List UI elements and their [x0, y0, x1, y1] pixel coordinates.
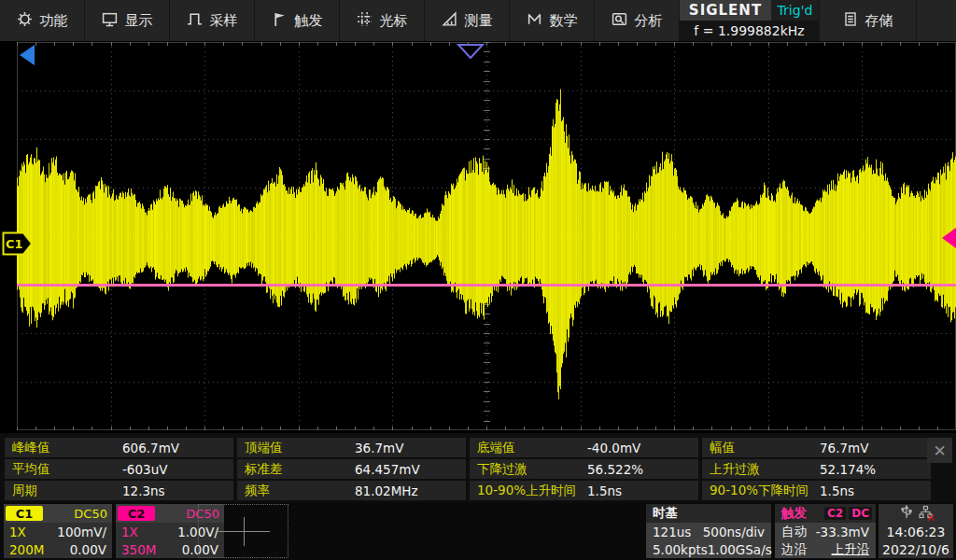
siglent-logo: SIGLENT	[680, 0, 771, 21]
menu-item-label: 测量	[465, 12, 493, 30]
timebase-points: 5.00kpts	[653, 542, 708, 557]
measurement-value: 12.3ns	[122, 483, 165, 498]
menu-item-label: 存储	[865, 12, 893, 30]
channel1-level-label[interactable]: C1	[2, 231, 34, 256]
menu-item-label: 光标	[380, 12, 408, 30]
menu-bar: 功能 显示 采样 触发	[0, 0, 956, 41]
measurement-label: 频率	[245, 483, 355, 499]
trigger-title: 触发	[781, 505, 807, 522]
measurement-label: 平均值	[12, 461, 122, 478]
trigger-level-value: -33.3mV	[816, 525, 869, 539]
menu-item-display[interactable]: 显示	[85, 0, 170, 41]
trigger-type: 边沿	[781, 541, 807, 558]
analysis-magnifier-icon	[612, 11, 627, 31]
graticule-area[interactable]: C1	[0, 41, 956, 433]
measurement-value: -603uV	[122, 462, 167, 477]
menu-item-utility[interactable]: 功能	[0, 0, 85, 41]
menu-item-measure[interactable]: 测量	[425, 0, 510, 41]
waveform-canvas[interactable]	[17, 42, 956, 430]
menu-item-label: 数学	[550, 12, 578, 30]
measurement-column: 底端值 -40.0mV 下降过激 56.522% 10-90%上升时间 1.5n…	[470, 438, 698, 500]
menu-item-acquire[interactable]: 采样	[170, 0, 255, 41]
measurement-label: 90-10%下降时间	[710, 483, 820, 499]
cursor-grid-icon	[357, 11, 373, 31]
measurement-label: 顶端值	[245, 440, 355, 456]
horizontal-delay-marker-icon[interactable]	[20, 45, 35, 65]
channel1-scale: 100mV/	[57, 525, 106, 539]
measurement-label: 底端值	[477, 440, 587, 456]
measurement-value: 52.174%	[820, 462, 876, 477]
measurement-value: 64.457mV	[355, 462, 420, 477]
menu-item-cursor[interactable]: 光标	[340, 0, 425, 41]
channel1-panel[interactable]: C1 DC50 1X 100mV/ 200M 0.00V	[4, 504, 112, 558]
channel1-attenuation: 1X	[9, 525, 26, 539]
timebase-panel[interactable]: 时基 121us 500ns/div 5.00kpts 1.00GSa/s	[646, 504, 771, 558]
lan-icon: ✕	[919, 505, 933, 522]
flag-icon	[272, 11, 288, 31]
timebase-title: 时基	[653, 505, 678, 522]
system-date: 2022/10/6	[882, 540, 949, 558]
channel2-bandwidth: 350M	[121, 542, 156, 557]
measurement-cell: 平均值 -603uV	[5, 459, 233, 479]
save-document-icon	[843, 11, 858, 31]
channel1-bandwidth: 200M	[9, 542, 44, 557]
menu-item-analysis[interactable]: 分析	[595, 0, 680, 41]
system-time: 14:06:23	[887, 523, 946, 540]
measurement-label: 周期	[12, 483, 122, 499]
sample-pulse-icon	[187, 11, 203, 31]
measurement-cell: 周期 12.3ns	[5, 481, 233, 500]
menu-bar-spacer	[917, 0, 956, 41]
trigger-panel[interactable]: 触发 C2 DC 自动 -33.3mV 边沿 上升沿	[775, 504, 876, 558]
measurement-column: 幅值 76.7mV 上升过激 52.174% 90-10%下降时间 1.5ns	[702, 438, 931, 500]
measurement-label: 幅值	[710, 440, 820, 456]
measurement-value: -40.0mV	[587, 441, 640, 455]
status-bar: C1 DC50 1X 100mV/ 200M 0.00V C2 DC50 1X …	[0, 502, 956, 560]
measurement-value: 606.7mV	[122, 441, 179, 455]
trigger-coupling-badge: DC	[849, 507, 872, 520]
channel1-offset: 0.00V	[70, 542, 106, 557]
channel2-attenuation: 1X	[121, 525, 138, 539]
measurement-cell: 频率 81.02MHz	[237, 481, 466, 500]
trigger-status-badge: Trig'd	[771, 0, 819, 21]
usb-icon	[900, 505, 913, 523]
measurement-value: 36.7mV	[355, 441, 403, 455]
gear-icon	[17, 11, 33, 31]
measurement-value: 81.02MHz	[355, 483, 418, 498]
lan-disconnected-icon: ✕	[926, 511, 935, 525]
trigger-mode: 自动	[781, 524, 807, 540]
trigger-frequency-readout: f = 1.999882kHz	[680, 21, 819, 41]
measurement-cell: 标准差 64.457mV	[237, 459, 466, 479]
trigger-position-marker-icon[interactable]	[457, 43, 485, 60]
measurement-label: 10-90%上升时间	[477, 483, 587, 499]
menu-item-label: 采样	[210, 12, 238, 30]
channel1-badge: C1	[6, 506, 43, 521]
trigger-source-badge: C2	[824, 507, 846, 520]
measurement-close-button[interactable]: ✕	[927, 438, 952, 463]
measurement-cell: 下降过激 56.522%	[470, 459, 698, 479]
menu-item-label: 触发	[295, 12, 323, 30]
oscilloscope-screen: 功能 显示 采样 触发	[0, 0, 956, 560]
menu-item-label: 分析	[635, 12, 663, 30]
measurement-value: 76.7mV	[820, 441, 868, 455]
measurement-cell: 峰峰值 606.7mV	[5, 438, 233, 457]
measurement-cell: 90-10%下降时间 1.5ns	[702, 481, 931, 500]
math-bowtie-icon	[527, 11, 542, 31]
measurement-value: 1.5ns	[820, 483, 854, 498]
ruler-triangle-icon	[442, 11, 457, 31]
menu-item-save[interactable]: 存储	[820, 0, 917, 41]
measurement-cell: 幅值 76.7mV	[702, 438, 931, 457]
channel1-coupling: DC50	[74, 507, 107, 521]
add-channel-placeholder[interactable]	[198, 504, 288, 558]
measurement-value: 1.5ns	[587, 483, 622, 498]
measurement-column: 峰峰值 606.7mV 平均值 -603uV 周期 12.3ns	[5, 438, 233, 500]
trigger-level-marker-icon[interactable]	[942, 228, 956, 248]
measurement-value: 56.522%	[587, 462, 643, 477]
trigger-slope: 上升沿	[832, 541, 870, 558]
menu-item-label: 功能	[40, 12, 68, 30]
menu-item-math[interactable]: 数学	[510, 0, 595, 41]
measurement-label: 上升过激	[710, 461, 820, 478]
timebase-scale: 500ns/div	[703, 525, 765, 539]
timebase-delay: 121us	[653, 525, 691, 539]
menu-item-trigger[interactable]: 触发	[255, 0, 340, 41]
measurement-cell: 顶端值 36.7mV	[237, 438, 466, 457]
